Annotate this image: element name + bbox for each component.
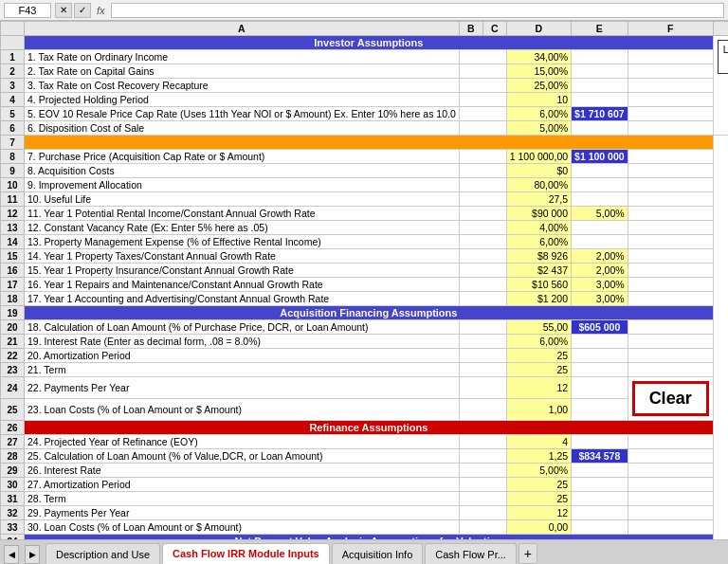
col-c: C xyxy=(482,22,506,36)
formula-bar: ✕ ✓ fx xyxy=(0,0,728,21)
tab-nav-left[interactable]: ◀ xyxy=(4,545,19,564)
table-row: 25 23. Loan Costs (% of Loan Amount or $… xyxy=(1,399,729,421)
fx-label: fx xyxy=(95,5,107,16)
table-row: 21 19. Interest Rate (Enter as decimal f… xyxy=(1,335,729,349)
table-row: 23 21. Term 25 xyxy=(1,363,729,377)
info-box: Lightly Shaded Cells areInput Cells xyxy=(718,40,728,74)
table-row: 24 22. Payments Per Year 12 Clear xyxy=(1,377,729,399)
app-container: ✕ ✓ fx A B C D E F G xyxy=(0,0,728,564)
row-header xyxy=(1,36,25,50)
corner-header xyxy=(1,22,25,36)
table-row: 33 30. Loan Costs (% of Loan Amount or $… xyxy=(1,520,729,535)
table-row: 15 14. Year 1 Property Taxes/Constant An… xyxy=(1,249,729,264)
tab-description-and-use[interactable]: Description and Use xyxy=(46,543,160,564)
cell-ref-input[interactable] xyxy=(4,3,51,18)
table-row: 5 5. EOV 10 Resale Price Cap Rate (Uses … xyxy=(1,107,729,121)
table-row: 22 20. Amortization Period 25 xyxy=(1,349,729,363)
tab-cash-flow-irr[interactable]: Cash Flow IRR Module Inputs xyxy=(162,543,330,564)
spreadsheet-area: A B C D E F G Investor Assumptions Light… xyxy=(0,21,728,539)
formula-input[interactable] xyxy=(111,3,724,18)
table-row: 30 27. Amortization Period 25 xyxy=(1,478,729,492)
table-row: 4 4. Projected Holding Period 10 xyxy=(1,93,729,107)
col-e: E xyxy=(572,22,628,36)
cancel-formula-icon[interactable]: ✕ xyxy=(55,3,72,18)
table-row: 32 29. Payments Per Year 12 xyxy=(1,506,729,520)
tab-add-button[interactable]: + xyxy=(519,543,537,564)
table-row: 11 10. Useful Life 27,5 xyxy=(1,192,729,207)
col-f: F xyxy=(628,22,713,36)
table-row: 9 8. Acquisition Costs $0 xyxy=(1,164,729,178)
table-row: 20 18. Calculation of Loan Amount (% of … xyxy=(1,320,729,335)
clear-button[interactable]: Clear xyxy=(632,381,709,416)
table-row: 8 7. Purchase Price (Acquisition Cap Rat… xyxy=(1,150,729,164)
refinance-assumptions-header-row: 26 Refinance Assumptions xyxy=(1,421,729,435)
npv-analysis-header: Net Present Value Analysis Assumptions f… xyxy=(25,535,714,540)
table-row: 10 9. Improvement Allocation 80,00% xyxy=(1,178,729,192)
table-row: 12 11. Year 1 Potential Rental Income/Co… xyxy=(1,207,729,221)
main-table: A B C D E F G Investor Assumptions Light… xyxy=(0,21,728,539)
table-row: 14 13. Property Management Expense (% of… xyxy=(1,235,729,249)
table-row: 29 26. Interest Rate 5,00% xyxy=(1,464,729,478)
investor-assumptions-header: Investor Assumptions xyxy=(25,36,714,50)
table-row: 28 25. Calculation of Loan Amount (% of … xyxy=(1,449,729,464)
table-row: 1 1. Tax Rate on Ordinary Income 34,00% xyxy=(1,50,729,64)
npv-analysis-header-row: 34 Net Present Value Analysis Assumption… xyxy=(1,535,729,540)
formula-icons: ✕ ✓ xyxy=(55,3,91,18)
col-a: A xyxy=(25,22,460,36)
col-b: B xyxy=(459,22,482,36)
row-7-divider: 7 7 xyxy=(1,136,729,150)
col-g: G xyxy=(713,22,728,36)
refinance-assumptions-header: Refinance Assumptions xyxy=(25,421,714,435)
tab-cash-flow-pr[interactable]: Cash Flow Pr... xyxy=(425,543,517,564)
table-row: 2 2. Tax Rate on Capital Gains 15,00% xyxy=(1,64,729,79)
table-row: 31 28. Term 25 xyxy=(1,492,729,506)
tab-nav-right[interactable]: ▶ xyxy=(25,545,40,564)
acquisition-financing-header: Acquisition Financing Assumptions xyxy=(25,306,714,320)
col-d: D xyxy=(506,22,571,36)
tab-acquisition-info[interactable]: Acquisition Info xyxy=(332,543,424,564)
confirm-formula-icon[interactable]: ✓ xyxy=(74,3,91,18)
acquisition-financing-header-row: 19 Acquisition Financing Assumptions xyxy=(1,306,729,320)
table-row: 27 24. Projected Year of Refinance (EOY)… xyxy=(1,435,729,449)
table-row: 3 3. Tax Rate on Cost Recovery Recapture… xyxy=(1,79,729,93)
table-row: 6 6. Disposition Cost of Sale 5,00% xyxy=(1,121,729,136)
table-row: 13 12. Constant Vacancy Rate (Ex: Enter … xyxy=(1,221,729,235)
table-row: 18 17. Year 1 Accounting and Advertising… xyxy=(1,292,729,306)
investor-assumptions-header-row: Investor Assumptions Lightly Shaded Cell… xyxy=(1,36,729,50)
table-row: 17 16. Year 1 Repairs and Maintenance/Co… xyxy=(1,278,729,292)
table-row: 16 15. Year 1 Property Insurance/Constan… xyxy=(1,264,729,278)
tab-bar: ◀ ▶ Description and Use Cash Flow IRR Mo… xyxy=(0,539,728,564)
